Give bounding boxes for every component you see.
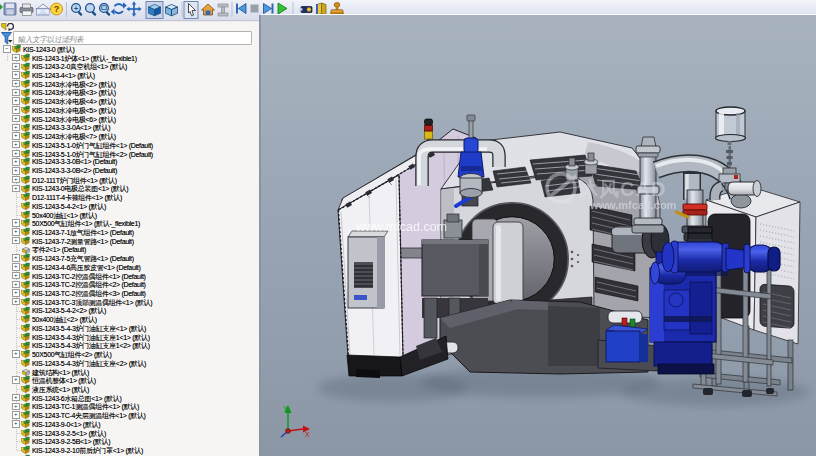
svg-text:+: + bbox=[74, 5, 78, 12]
svg-text:?: ? bbox=[54, 4, 60, 14]
svg-text:www.mfcad.com: www.mfcad.com bbox=[355, 220, 447, 234]
svg-text:沐风CAD: 沐风CAD bbox=[577, 178, 666, 200]
svg-text:X: X bbox=[305, 431, 310, 438]
svg-text:www.mfcad.com: www.mfcad.com bbox=[589, 199, 677, 211]
svg-text:Y: Y bbox=[283, 405, 288, 412]
